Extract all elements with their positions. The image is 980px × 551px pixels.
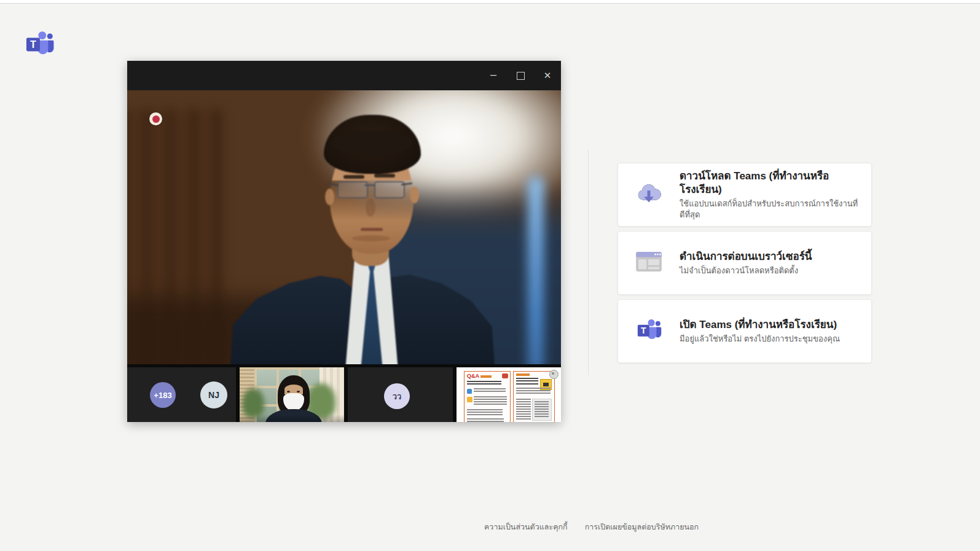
recording-indicator-icon	[149, 112, 162, 125]
maximize-icon	[517, 72, 525, 80]
main-speaker-video	[127, 90, 561, 364]
participants-strip: +183 NJ วว Q&A	[127, 364, 561, 422]
teams-icon: T	[636, 318, 662, 344]
teams-logo-icon: T	[25, 30, 54, 57]
shared-document-page	[513, 371, 555, 422]
window-top-edge	[0, 0, 980, 4]
participant-tile-screenshare: Q&A	[457, 367, 561, 422]
avatar-initials: NJ	[200, 381, 227, 408]
plant	[242, 388, 264, 418]
close-button[interactable]: ✕	[534, 61, 561, 90]
column-divider	[588, 149, 589, 375]
card-title: ดาวน์โหลด Teams (ที่ทำงานหรือโรงเรียน)	[680, 170, 860, 197]
doc-heading: Q&A	[467, 373, 479, 379]
doc-logo-icon	[502, 373, 508, 378]
third-party-disclosure-link[interactable]: การเปิดเผยข้อมูลต่อบริษัทภายนอก	[585, 521, 699, 533]
card-title: เปิด Teams (ที่ทำงานหรือโรงเรียน)	[680, 318, 860, 332]
shared-document-page: Q&A	[464, 371, 511, 422]
svg-text:T: T	[30, 39, 36, 50]
card-subtitle: มีอยู่แล้วใช่หรือไม่ ตรงไปยังการประชุมขอ…	[680, 334, 860, 345]
glasses	[336, 180, 409, 198]
participant-tile-video	[240, 367, 344, 422]
svg-text:T: T	[641, 326, 646, 335]
cloud-download-icon	[635, 182, 663, 208]
option-card-browser[interactable]: ดำเนินการต่อบนเบราว์เซอร์นี้ ไม่จำเป็นต้…	[617, 231, 872, 295]
meeting-preview-window: – ✕	[127, 61, 561, 422]
close-icon: ✕	[544, 70, 552, 81]
option-card-download[interactable]: ดาวน์โหลด Teams (ที่ทำงานหรือโรงเรียน) ใ…	[617, 163, 872, 227]
overflow-count-badge: +183	[150, 382, 176, 408]
window-titlebar[interactable]: – ✕	[127, 61, 561, 90]
participant-tile-avatar: วว	[348, 367, 453, 422]
browser-window-icon	[635, 251, 662, 275]
participant-tile-overflow: +183 NJ	[127, 367, 236, 422]
presenter-silhouette	[127, 90, 561, 364]
card-subtitle: ไม่จำเป็นต้องดาวน์โหลดหรือติดตั้ง	[680, 265, 860, 276]
card-subtitle: ใช้แอปบนเดสก์ท็อปสำหรับประสบการณ์การใช้ง…	[680, 198, 860, 220]
privacy-link[interactable]: ความเป็นส่วนตัวและคุกกี้	[484, 521, 568, 533]
page-root: { "brand": { "name": "Microsoft Teams", …	[0, 0, 980, 551]
avatar-initials: วว	[384, 383, 410, 409]
minimize-button[interactable]: –	[480, 61, 507, 90]
option-card-open-teams[interactable]: T เปิด Teams (ที่ทำงานหรือโรงเรียน) มีอย…	[617, 299, 872, 363]
maximize-button[interactable]	[507, 61, 534, 90]
card-title: ดำเนินการต่อบนเบราว์เซอร์นี้	[680, 250, 860, 264]
presence-icon	[549, 370, 559, 379]
footer: ความเป็นส่วนตัวและคุกกี้ การเปิดเผยข้อมู…	[484, 521, 699, 533]
minimize-icon: –	[490, 68, 496, 81]
